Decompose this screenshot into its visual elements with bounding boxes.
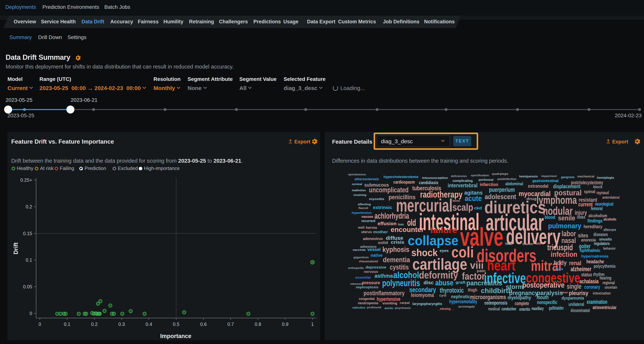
svg-text:Drift: Drift — [12, 242, 19, 254]
svg-text:0.3: 0.3 — [118, 322, 125, 327]
svg-text:0.5: 0.5 — [173, 322, 180, 327]
svg-text:Importance: Importance — [160, 333, 191, 339]
svg-text:0.05: 0.05 — [23, 284, 32, 289]
svg-text:0.8: 0.8 — [255, 322, 261, 327]
svg-text:0.6: 0.6 — [200, 322, 207, 327]
svg-text:0: 0 — [38, 322, 41, 327]
svg-text:0.4: 0.4 — [146, 322, 152, 327]
svg-text:0.1: 0.1 — [26, 257, 32, 263]
svg-text:0.2: 0.2 — [26, 204, 32, 209]
svg-text:0.1: 0.1 — [64, 322, 70, 327]
svg-text:0.25+: 0.25+ — [20, 177, 32, 183]
svg-text:0.9: 0.9 — [282, 322, 288, 327]
svg-text:0.7: 0.7 — [228, 322, 234, 327]
svg-text:1: 1 — [311, 322, 314, 327]
svg-text:0: 0 — [30, 311, 32, 316]
svg-text:0.15: 0.15 — [23, 231, 32, 236]
svg-text:0.2: 0.2 — [91, 322, 98, 327]
